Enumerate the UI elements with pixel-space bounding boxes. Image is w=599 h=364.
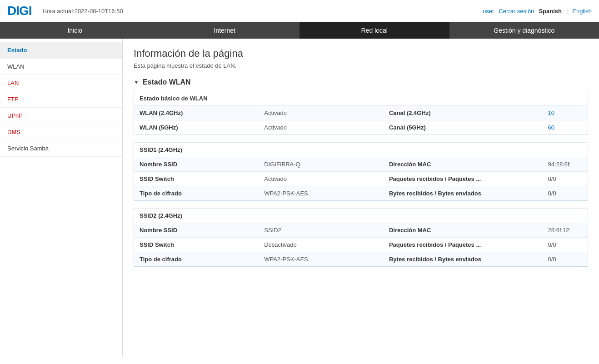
ssid1-cifrado-value: WPA2-PSK-AES [259,186,384,201]
ssid2-cifrado-value: WPA2-PSK-AES [259,252,384,267]
table-row: Tipo de cifrado WPA2-PSK-AES Bytes recib… [134,186,588,201]
ssid2-nombre-value: SSID2 [259,223,384,238]
ssid1-paquetes-value: 0/0 [543,172,588,186]
ssid1-header: SSID1 (2.4GHz) [134,143,588,157]
user-link[interactable]: user [483,8,494,15]
digi-logo: DIGI [7,4,32,18]
ssid1-table: SSID1 (2.4GHz) Nombre SSID DIGIFIBRA-Q D… [134,142,588,201]
wlan-5-value: Activado [259,120,384,135]
main-content: Información de la página Esta página mue… [123,39,599,357]
ssid2-bytes-value: 0/0 [543,252,588,267]
header-right: user Cerrar sesión Spanish | English [483,8,592,15]
sidebar-item-estado[interactable]: Estado [0,42,122,59]
nav-gestion[interactable]: Gestión y diagnóstico [449,22,599,39]
table-row: SSID Switch Activado Paquetes recibidos … [134,172,588,186]
wlan-section-header: ▼ Estado WLAN [134,78,588,86]
page-title: Información de la página [134,48,588,60]
current-time: Hora actual:2022-08-10T16:50 [43,8,483,15]
nav-red-local[interactable]: Red local [300,22,449,39]
sidebar-item-wlan[interactable]: WLAN [0,59,122,75]
nav-internet[interactable]: Internet [150,22,300,39]
table-row: Tipo de cifrado WPA2-PSK-AES Bytes recib… [134,252,588,267]
ssid1-mac-value: 94:28:6f: [543,157,588,172]
ssid2-paquetes-value: 0/0 [543,238,588,252]
sidebar-item-dms[interactable]: DMS [0,124,122,140]
sidebar-item-samba[interactable]: Servicio Samba [0,140,122,157]
ssid1-switch-value: Activado [259,172,384,186]
lang-spanish[interactable]: Spanish [539,8,562,15]
ssid2-cifrado-label: Tipo de cifrado [134,252,259,267]
main-layout: Estado WLAN LAN FTP UPnP DMS Servicio Sa… [0,39,599,357]
ssid2-switch-value: Desactivado [259,238,384,252]
lang-separator: | [566,8,568,15]
ssid2-mac-value: 28:6f:12: [543,223,588,238]
sidebar-item-lan[interactable]: LAN [0,75,122,91]
ssid2-mac-label: Dirección MAC [384,223,543,238]
ssid2-switch-label: SSID Switch [134,238,259,252]
ssid1-bytes-label: Bytes recibidos / Bytes enviados [384,186,543,201]
lang-english[interactable]: English [572,8,592,15]
ssid2-table: SSID2 (2.4GHz) Nombre SSID SSID2 Direcci… [134,208,588,267]
wlan-basic-header: Estado básico de WLAN [134,91,588,106]
canal-5-value: 60 [543,120,588,135]
canal-5-label: Canal (5GHz) [384,120,543,135]
wlan-section-arrow: ▼ [134,79,139,85]
ssid1-paquetes-label: Paquetes recibidos / Paquetes ... [384,172,543,186]
wlan-5-label: WLAN (5GHz) [134,120,259,135]
table-row: SSID Switch Desactivado Paquetes recibid… [134,238,588,252]
ssid1-mac-label: Dirección MAC [384,157,543,172]
current-time-value: 2022-08-10T16:50 [75,8,123,15]
wlan-section-title: Estado WLAN [143,78,191,86]
ssid2-header: SSID2 (2.4GHz) [134,209,588,223]
ssid1-nombre-label: Nombre SSID [134,157,259,172]
wlan-24-label: WLAN (2.4GHz) [134,106,259,120]
logout-link[interactable]: Cerrar sesión [499,8,534,15]
canal-24-value: 10 [543,106,588,120]
table-row: WLAN (5GHz) Activado Canal (5GHz) 60 [134,120,588,135]
sidebar-item-ftp[interactable]: FTP [0,91,122,108]
wlan-24-value: Activado [259,106,384,120]
sidebar: Estado WLAN LAN FTP UPnP DMS Servicio Sa… [0,39,123,357]
table-row: Nombre SSID SSID2 Dirección MAC 28:6f:12… [134,223,588,238]
ssid1-cifrado-label: Tipo de cifrado [134,186,259,201]
navbar: Inicio Internet Red local Gestión y diag… [0,22,599,39]
sidebar-item-upnp[interactable]: UPnP [0,108,122,124]
ssid2-nombre-label: Nombre SSID [134,223,259,238]
canal-24-label: Canal (2.4GHz) [384,106,543,120]
current-time-label: Hora actual: [43,8,75,15]
ssid1-switch-label: SSID Switch [134,172,259,186]
ssid1-nombre-value: DIGIFIBRA-Q [259,157,384,172]
table-row: WLAN (2.4GHz) Activado Canal (2.4GHz) 10 [134,106,588,120]
ssid2-bytes-label: Bytes recibidos / Bytes enviados [384,252,543,267]
ssid1-bytes-value: 0/0 [543,186,588,201]
table-row: Nombre SSID DIGIFIBRA-Q Dirección MAC 94… [134,157,588,172]
ssid2-paquetes-label: Paquetes recibidos / Paquetes ... [384,238,543,252]
nav-inicio[interactable]: Inicio [0,22,150,39]
wlan-basic-table: Estado básico de WLAN WLAN (2.4GHz) Acti… [134,91,588,135]
page-subtitle: Esta página muestra el estado de LAN. [134,62,588,69]
